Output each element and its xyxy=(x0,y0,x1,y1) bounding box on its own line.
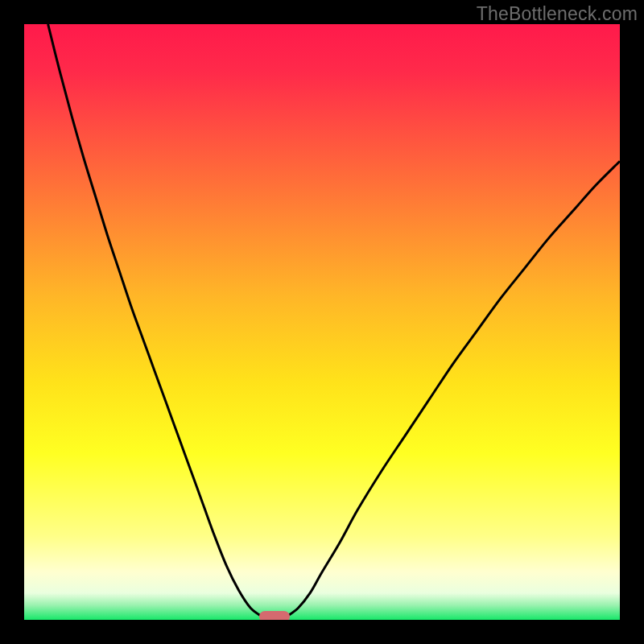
chart-frame: TheBottleneck.com xyxy=(0,0,644,644)
watermark-text: TheBottleneck.com xyxy=(477,3,638,25)
minimum-marker xyxy=(259,611,290,620)
plot-area xyxy=(24,24,620,620)
gradient-chart xyxy=(24,24,620,620)
gradient-background xyxy=(24,24,620,620)
